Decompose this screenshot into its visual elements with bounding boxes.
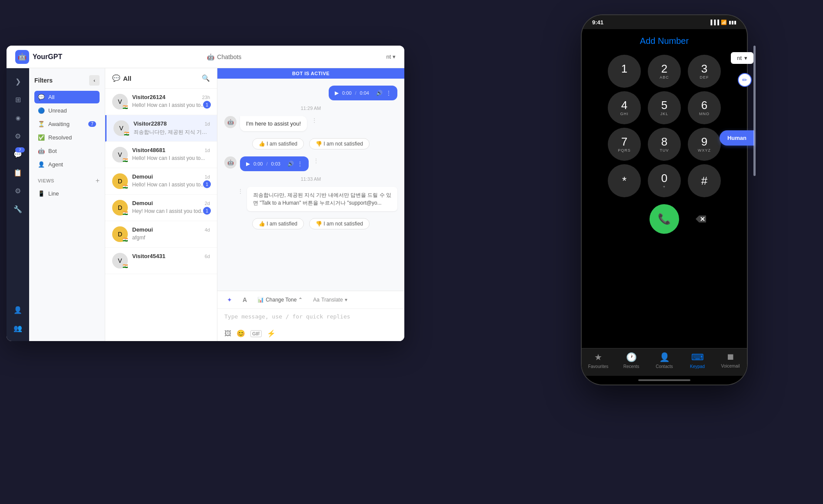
conv-item-demoui1[interactable]: D🇮🇳 Demoui 1d Hello! How can I assist yo…	[105, 168, 217, 195]
app-topbar-right[interactable]: nt ▾	[387, 53, 396, 60]
audio-volume-btn-user[interactable]: 🔊	[376, 90, 383, 96]
conv-item-demoui3[interactable]: D🇮🇳 Demoui 4d afgmf	[105, 221, 217, 248]
dial-btn-1[interactable]: 1	[608, 55, 641, 88]
audio-play-btn-bot[interactable]: ▶	[246, 161, 250, 167]
app-topbar-center: 🤖 Chatbots	[62, 53, 386, 60]
dial-btn-2[interactable]: 2 ABC	[648, 55, 681, 88]
phone-tab-contacts[interactable]: 👤 Contacts	[648, 352, 681, 369]
satisfied-btn-2[interactable]: 👍 I am satisfied	[252, 218, 304, 229]
phone-add-number-label[interactable]: Add Number	[590, 36, 738, 46]
views-add-btn[interactable]: +	[96, 177, 100, 185]
sidebar-item-puzzle[interactable]: 🔧	[10, 201, 26, 217]
sidebar-item-chat[interactable]: 💬	[10, 146, 26, 162]
conv-item-visitor45431[interactable]: V🇮🇳 Visitor45431 6d	[105, 248, 217, 274]
sidebar-item-person-add[interactable]: 👤	[10, 302, 26, 318]
emoji-icon[interactable]: 😊	[237, 329, 245, 338]
conv-badge-visitor26124: 1	[203, 101, 211, 109]
dial-letters-3: DEF	[700, 75, 709, 80]
phone-tab-keypad[interactable]: ⌨ Keypad	[681, 352, 714, 369]
font-btn[interactable]: A	[240, 295, 250, 305]
filter-item-bot[interactable]: 🤖 Bot	[34, 145, 100, 157]
conv-item-demoui2[interactable]: D🇮🇳 Demoui 2d Hey! How can I assist you …	[105, 195, 217, 221]
filter-item-agent[interactable]: 👤 Agent	[34, 158, 100, 171]
korean-bubble: 죄송합니다만, 제공된 지식 기반 내에서만 답변을 드릴 수 있면 "Talk…	[247, 187, 397, 211]
msg-more-btn-1[interactable]: ⋮	[310, 116, 318, 125]
sidebar-item-group[interactable]: ⚙	[10, 128, 26, 144]
filter-item-unread[interactable]: 🔵 Unread	[34, 104, 100, 117]
tone-chevron-icon: ⌃	[298, 297, 303, 303]
conv-info-demoui2: Demoui 2d Hey! How can I assist you tod.…	[132, 200, 210, 214]
sidebar-item-expand[interactable]: ❯	[10, 73, 26, 89]
filter-awaiting-label: Awaiting	[48, 121, 70, 127]
ai-assist-btn[interactable]: ✦	[224, 295, 235, 305]
dial-btn-hash[interactable]: #	[688, 164, 721, 197]
phone-container: 9:41 ▐▐▐ 📶 ▮▮▮ Add Number 1	[582, 15, 747, 385]
sidebar-item-radio[interactable]: ◉	[10, 110, 26, 126]
edit-circle-btn[interactable]: ✏	[738, 73, 752, 87]
dial-btn-3[interactable]: 3 DEF	[688, 55, 721, 88]
dial-btn-8[interactable]: 8 TUV	[648, 128, 681, 161]
keypad-icon: ⌨	[691, 352, 704, 362]
change-tone-label: Change Tone	[266, 297, 297, 303]
gif-icon[interactable]: GIF	[250, 330, 262, 337]
conv-flag: 🇮🇳	[123, 184, 128, 189]
phone-tab-voicemail[interactable]: ⏹ Voicemail	[714, 352, 747, 369]
sidebar-item-dashboard[interactable]: ⊞	[10, 92, 26, 107]
conv-name-visitor45431: Visitor45431	[132, 253, 165, 259]
filter-resolved-label: Resolved	[48, 134, 72, 141]
recents-label: Recents	[623, 364, 640, 369]
dial-call-btn[interactable]: 📞	[650, 204, 679, 234]
dial-btn-star[interactable]: *	[608, 164, 641, 197]
audio-more-btn-user[interactable]: ⋮	[386, 90, 391, 96]
dial-delete-btn[interactable]	[690, 208, 712, 230]
not-satisfied-btn-1[interactable]: 👎 I am not satisfied	[309, 138, 370, 149]
phone-tab-recents[interactable]: 🕐 Recents	[615, 352, 648, 369]
filter-item-awaiting[interactable]: ⏳ Awaiting 7	[34, 118, 100, 130]
conv-item-visitor48681[interactable]: V🇮🇳 Visitor48681 1d Hello! How can I ass…	[105, 142, 217, 168]
sidebar-item-people[interactable]: 👥	[10, 320, 26, 336]
conv-search-icon[interactable]: 🔍	[202, 74, 210, 82]
satisfied-btn-1[interactable]: 👍 I am satisfied	[252, 138, 304, 149]
image-attach-icon[interactable]: 🖼	[224, 330, 231, 338]
conv-item-visitor22878[interactable]: V🇮🇳 Visitor22878 1d 죄송합니다만, 제공된 지식 기반 내.…	[105, 115, 217, 142]
filter-item-all[interactable]: 💬 All	[34, 91, 100, 103]
dropdown-text: nt	[737, 55, 742, 61]
conv-avatar-visitor22878: V🇮🇳	[113, 120, 129, 136]
ai-icon: ✦	[227, 296, 232, 303]
dropdown-hint[interactable]: nt ▾	[731, 52, 753, 64]
dial-btn-5[interactable]: 5 JKL	[648, 91, 681, 124]
favourites-icon: ★	[594, 352, 602, 362]
sidebar-item-calendar[interactable]: 📋	[10, 165, 26, 180]
filter-item-line[interactable]: 📱 Line	[34, 187, 100, 200]
satisfaction-row-2: 👍 I am satisfied 👎 I am not satisfied	[224, 218, 397, 229]
conv-info-visitor45431: Visitor45431 6d	[132, 253, 210, 261]
filter-item-resolved[interactable]: ✅ Resolved	[34, 131, 100, 144]
filter-collapse-btn[interactable]: ‹	[89, 75, 100, 86]
msg-more-btn-audio[interactable]: ⋮	[312, 156, 320, 165]
dial-num-5: 5	[661, 99, 667, 111]
human-btn[interactable]: Human	[720, 130, 754, 146]
phone-tab-favourites[interactable]: ★ Favourites	[582, 352, 615, 369]
dial-btn-6[interactable]: 6 MNO	[688, 91, 721, 124]
audio-duration-bot: 0:03	[271, 161, 280, 166]
chat-input[interactable]	[224, 313, 397, 320]
dial-btn-9[interactable]: 9 WXYZ	[688, 128, 721, 161]
translate-btn[interactable]: Aa Translate ▾	[310, 295, 350, 305]
bolt-icon[interactable]: ⚡	[267, 329, 276, 338]
change-tone-btn[interactable]: 📊 Change Tone ⌃	[255, 295, 305, 305]
audio-more-btn-bot[interactable]: ⋮	[297, 161, 303, 167]
audio-play-btn-user[interactable]: ▶	[335, 90, 339, 96]
sidebar-item-cog[interactable]: ⚙	[10, 183, 26, 199]
msg-timestamp-1: 11:29 AM	[224, 106, 397, 111]
filter-unread-label: Unread	[48, 107, 67, 114]
msg-more-btn-korean[interactable]: ⋮	[237, 187, 244, 196]
not-satisfied-btn-2[interactable]: 👎 I am not satisfied	[309, 218, 370, 229]
dial-btn-4[interactable]: 4 GHI	[608, 91, 641, 124]
conv-items: V🇮🇳 Visitor26124 23h Hello! How can I as…	[105, 89, 217, 341]
conv-item-visitor26124[interactable]: V🇮🇳 Visitor26124 23h Hello! How can I as…	[105, 89, 217, 115]
dial-btn-0[interactable]: 0 +	[648, 164, 681, 197]
conv-preview-visitor22878: 죄송합니다만, 제공된 지식 기반 내...	[133, 129, 210, 136]
dial-btn-7[interactable]: 7 PQRS	[608, 128, 641, 161]
voicemail-label: Voicemail	[721, 364, 740, 368]
audio-volume-btn-bot[interactable]: 🔊	[287, 161, 294, 167]
